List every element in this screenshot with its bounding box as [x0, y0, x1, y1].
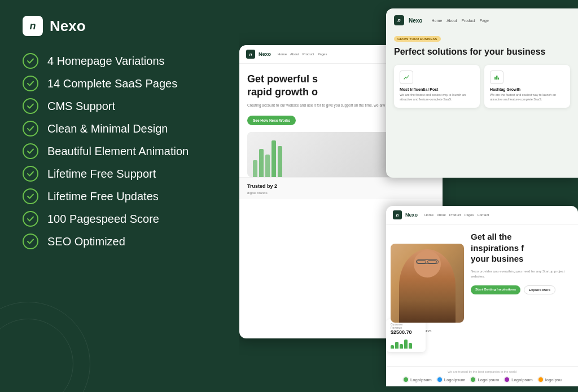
logo-icon-3: [470, 376, 476, 383]
list-item: CMS Support: [23, 98, 220, 114]
svg-point-7: [538, 377, 543, 382]
sb-content: CustomerRevenue $2500.70: [386, 224, 578, 386]
logo-item-3: Logoipsum: [470, 376, 499, 383]
logo-icon-5: [537, 376, 544, 383]
ss-nav-links: Home About Product Page: [431, 19, 488, 23]
chart-icon: [400, 71, 413, 84]
sb-logo-box: n: [393, 210, 402, 219]
sm-trusted-title: Trusted by 2: [247, 183, 435, 189]
list-item: SEO Optimized: [23, 234, 220, 249]
sb-desc: Nexo provides you everything you need fo…: [471, 269, 572, 280]
ss-heading: Perfect solutions for your business: [394, 46, 570, 57]
ss-card-2-title: Hashtag Growth: [490, 87, 564, 91]
logo-icon-4: [503, 376, 510, 383]
logo-box: n: [23, 16, 43, 36]
check-icon: [23, 166, 38, 182]
header: n Nexo: [0, 0, 243, 47]
logo-item-4: Logoipsum: [503, 376, 533, 383]
check-icon: [23, 188, 38, 204]
feature-text: Lifetime Free Support: [47, 168, 156, 180]
sb-right: Get all theinspirations fyour busines Ne…: [465, 224, 578, 386]
svg-rect-1: [496, 76, 498, 80]
sb-trusted-text: We are trusted by the best companies in …: [392, 370, 572, 373]
sb-btns: Start Getting Inspirations Explore More: [471, 285, 572, 294]
sb-nav-links: Home About Product Pages Contact: [424, 213, 489, 217]
svg-rect-2: [498, 78, 499, 80]
sm-logo-box: n: [246, 50, 255, 59]
feature-text: SEO Optimized: [47, 235, 125, 248]
brand-name: Nexo: [50, 17, 86, 35]
svg-rect-0: [494, 77, 496, 80]
logo-icon-1: [402, 376, 409, 383]
feature-text: CMS Support: [47, 100, 115, 113]
sm-trusted-sub: digital brands: [247, 191, 435, 195]
sb-bar-chart: [391, 337, 421, 349]
check-icon: [23, 76, 38, 91]
sm-trusted: Trusted by 2 digital brands: [239, 177, 443, 199]
check-icon: [23, 121, 38, 136]
logo-item-2: Logoipsum: [436, 376, 466, 383]
list-item: Lifetime Free Updates: [23, 188, 220, 204]
ss-card-1: Most Influential Post We are the fastest…: [394, 65, 480, 107]
sm-brand: Nexo: [259, 51, 271, 57]
sb-left: CustomerRevenue $2500.70: [386, 224, 465, 386]
sb-btn-secondary[interactable]: Explore More: [524, 285, 555, 294]
svg-point-5: [471, 377, 475, 382]
sb-logos: Logoipsum Logoipsum Logoipsum: [392, 376, 572, 383]
ss-nav: n Nexo Home About Product Page: [394, 15, 570, 25]
sb-photo: [391, 244, 464, 323]
sb-heading: Get all theinspirations fyour busines: [471, 231, 572, 265]
logo-icon-2: [436, 376, 443, 383]
sb-btn-primary[interactable]: Start Getting Inspirations: [471, 285, 520, 294]
screenshot-bottom: n Nexo Home About Product Pages Contact …: [386, 206, 578, 386]
sb-stats-value: $2500.70: [391, 329, 421, 335]
features-section: 4 Homepage Variations 14 Complete SaaS P…: [0, 47, 243, 255]
check-icon: [23, 211, 38, 227]
logo-item-1: Logoipsum: [402, 376, 432, 383]
list-item: 100 Pagespeed Score: [23, 211, 220, 227]
left-panel: n Nexo 4 Homepage Variations 14 Complete…: [0, 0, 243, 392]
list-item: Lifetime Free Support: [23, 166, 220, 182]
feature-text: Clean & Minimal Design: [47, 122, 168, 135]
ss-card-2-desc: We are the fastest and easiest way to la…: [490, 93, 564, 102]
svg-point-4: [437, 377, 442, 382]
svg-point-3: [404, 377, 408, 382]
sb-brand: Nexo: [405, 212, 418, 218]
screenshots-area: n Nexo Home About Product Page GROW YOUR…: [239, 0, 578, 392]
feature-text: 4 Homepage Variations: [47, 55, 165, 68]
sm-nav-links: Home About Product Pages: [278, 52, 327, 56]
check-icon: [23, 98, 38, 114]
list-item: Beautiful Element Animation: [23, 143, 220, 159]
feature-text: 14 Complete SaaS Pages: [47, 77, 177, 90]
ss-badge: GROW YOUR BUSINESS: [394, 36, 441, 42]
feature-text: Lifetime Free Updates: [47, 190, 159, 203]
ss-logo-small: n: [394, 15, 404, 25]
svg-point-6: [505, 377, 509, 382]
ss-card-1-desc: We are the fastest and easiest way to la…: [400, 93, 474, 102]
ss-brand: Nexo: [409, 17, 422, 24]
feature-text: Beautiful Element Animation: [47, 145, 189, 158]
sm-cta-btn[interactable]: See How Nexo Works: [247, 116, 296, 125]
sb-stats-label: CustomerRevenue: [391, 323, 421, 329]
sb-stats-box: CustomerRevenue $2500.70: [386, 319, 426, 352]
ss-card-2: Hashtag Growth We are the fastest and ea…: [484, 65, 570, 107]
list-item: Clean & Minimal Design: [23, 121, 220, 136]
check-icon: [23, 143, 38, 159]
logo-icon: n: [30, 20, 36, 32]
ss-card-1-title: Most Influential Post: [400, 87, 474, 91]
bar-icon: [490, 71, 503, 84]
list-item: 14 Complete SaaS Pages: [23, 76, 220, 91]
list-item: 4 Homepage Variations: [23, 53, 220, 69]
feature-text: 100 Pagespeed Score: [47, 213, 159, 226]
sb-trusted-row: We are trusted by the best companies in …: [386, 366, 578, 386]
sb-nav: n Nexo Home About Product Pages Contact: [386, 206, 578, 224]
check-icon: [23, 234, 38, 249]
screenshot-top: n Nexo Home About Product Page GROW YOUR…: [386, 8, 578, 178]
check-icon: [23, 53, 38, 69]
ss-logo-letter: n: [397, 17, 401, 23]
ss-cards: Most Influential Post We are the fastest…: [394, 65, 570, 107]
logo-item-5: logoipsu: [537, 376, 562, 383]
